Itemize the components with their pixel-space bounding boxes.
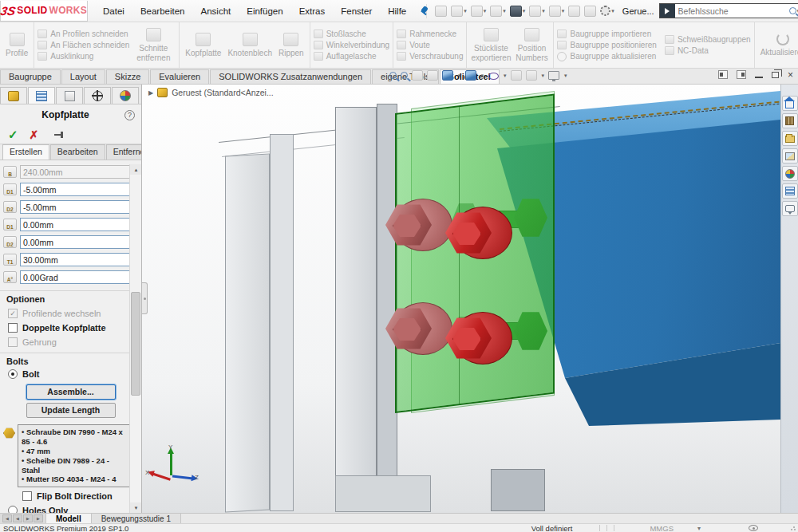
zoom-area-icon[interactable] <box>401 72 408 79</box>
section-view-icon[interactable] <box>427 70 438 81</box>
options-button[interactable]: ▾ <box>598 4 616 18</box>
panel-scrollbar[interactable]: ▲ ▼ <box>129 164 141 513</box>
position-numbers-button[interactable]: Position Numbers <box>513 26 550 64</box>
last-tab-button[interactable]: ▶ <box>34 514 43 522</box>
bolt-head-front[interactable] <box>445 309 514 368</box>
menu-ansicht[interactable]: Ansicht <box>194 4 239 18</box>
stosslasche-button[interactable]: Stoßlasche <box>314 30 390 38</box>
weldment-assemblies-button[interactable]: Schweißbaugruppen <box>665 35 751 44</box>
tab-skizze[interactable]: Skizze <box>106 69 149 84</box>
graphics-viewport[interactable]: ▶ Geruest (Standard<Anzei... <box>142 85 780 513</box>
file-explorer-tab[interactable] <box>782 131 798 146</box>
cut-at-faces-button[interactable]: An Flächen schneiden <box>38 41 129 49</box>
profile-button[interactable]: Profile <box>3 31 30 60</box>
prev-tab-button[interactable]: ◀ <box>13 514 22 522</box>
eye-icon[interactable] <box>749 525 758 531</box>
file-properties-button[interactable] <box>583 4 598 18</box>
knotenblech-button[interactable]: Knotenblech <box>225 31 275 60</box>
subtab-entfernen[interactable]: Entfernen <box>106 144 142 160</box>
doc-restore-button[interactable] <box>772 72 779 78</box>
holes-only-radio[interactable] <box>8 506 18 513</box>
dimxpert-manager-tab[interactable] <box>84 87 111 104</box>
menu-fenster[interactable]: Fenster <box>334 4 379 18</box>
thickness-field[interactable] <box>21 254 133 266</box>
column-flange[interactable] <box>335 107 377 511</box>
scroll-down-icon[interactable]: ▼ <box>130 502 142 513</box>
search-icon[interactable] <box>789 7 796 14</box>
next-tab-button[interactable]: ▶ <box>23 514 33 522</box>
notch-button[interactable]: Ausklinkung <box>38 52 129 61</box>
panel-splitter-handle[interactable] <box>142 282 148 314</box>
bom-export-button[interactable]: Stückliste exportieren <box>470 26 512 64</box>
winkelverbindung-button[interactable]: Winkelverbindung <box>314 41 390 49</box>
offset-d4-field[interactable] <box>21 236 133 248</box>
home-button[interactable] <box>433 4 448 18</box>
auflagelasche-button[interactable]: Auflagelasche <box>314 52 390 61</box>
view-settings-icon[interactable] <box>548 71 559 80</box>
optionen-section-header[interactable]: Optionen ∧ <box>0 290 141 306</box>
first-tab-button[interactable]: ◀ <box>2 514 12 522</box>
forum-tab[interactable] <box>782 201 798 216</box>
offset-d2-field[interactable] <box>21 201 133 213</box>
bolt-head-rear[interactable] <box>385 196 454 255</box>
column-plate[interactable] <box>225 154 270 513</box>
doc-close-button[interactable]: × <box>788 71 793 79</box>
rebuild-button[interactable] <box>567 4 582 18</box>
apply-scene-icon[interactable] <box>526 70 537 81</box>
menu-einfuegen[interactable]: Einfügen <box>239 4 290 18</box>
configuration-manager-tab[interactable] <box>56 87 83 104</box>
display-style-icon[interactable] <box>465 70 476 81</box>
zoom-fit-icon[interactable] <box>389 72 397 79</box>
nc-data-button[interactable]: NC-Data <box>665 46 751 55</box>
design-library-tab[interactable] <box>782 113 798 128</box>
display-manager-tab[interactable] <box>112 87 139 104</box>
kopfplatte-button[interactable]: Kopfplatte <box>183 31 223 60</box>
view-palette-tab[interactable] <box>782 148 798 164</box>
custom-properties-tab[interactable] <box>782 183 798 199</box>
select-button[interactable]: ▾ <box>547 4 567 18</box>
subtab-erstellen[interactable]: Erstellen <box>2 144 49 160</box>
motion-study-tab[interactable]: Bewegungsstudie 1 <box>92 514 181 523</box>
tab-layout[interactable]: Layout <box>61 69 105 84</box>
ok-button[interactable]: ✓ <box>8 128 18 142</box>
assembly-position-button[interactable]: Baugruppe positionieren <box>557 41 656 49</box>
cut-at-profiles-button[interactable]: An Profilen schneiden <box>38 30 129 38</box>
undo-button[interactable]: ▾ <box>527 4 547 18</box>
appearances-tab[interactable] <box>782 166 798 181</box>
bolt-head-rear[interactable] <box>385 300 454 359</box>
tab-evaluieren[interactable]: Evaluieren <box>150 69 209 84</box>
tab-baugruppe[interactable]: Baugruppe <box>0 69 61 84</box>
print-button[interactable]: ▾ <box>508 4 527 18</box>
assembly-update-button[interactable]: Baugruppe aktualisieren <box>557 52 656 61</box>
save-button[interactable]: ▾ <box>488 4 508 18</box>
property-manager-tab[interactable] <box>28 87 55 104</box>
angle-field[interactable] <box>21 271 133 283</box>
bolt-head-front[interactable] <box>445 204 514 263</box>
resize-grip[interactable] <box>790 525 796 531</box>
column-plate[interactable] <box>270 134 294 511</box>
update-length-button[interactable]: Update Length <box>26 403 116 418</box>
feature-manager-tab[interactable] <box>0 87 27 104</box>
edit-appearance-icon[interactable] <box>511 70 522 81</box>
aktualisieren-button[interactable]: Aktualisieren <box>758 31 798 59</box>
voute-button[interactable]: Voute <box>397 41 463 49</box>
units-indicator[interactable]: MMGS <box>650 524 674 532</box>
keep-visible-pin-icon[interactable] <box>54 131 65 139</box>
scroll-thumb[interactable] <box>131 292 140 396</box>
menu-datei[interactable]: Datei <box>96 4 132 18</box>
doppelte-kopfplatte-checkbox[interactable] <box>8 323 18 333</box>
pane-right-icon[interactable] <box>737 70 746 79</box>
bolts-section-header[interactable]: Bolts ∧ <box>0 353 141 368</box>
feature-tree-breadcrumb[interactable]: ▶ Geruest (Standard<Anzei... <box>148 88 274 97</box>
expand-tree-icon[interactable]: ▶ <box>148 89 153 97</box>
rahmenecke-button[interactable]: Rahmenecke <box>397 30 463 38</box>
offset-d1-field[interactable] <box>21 183 133 195</box>
panel-help-icon[interactable]: ? <box>124 110 135 120</box>
subtab-bearbeiten[interactable]: Bearbeiten <box>50 144 105 160</box>
doc-minimize-button[interactable] <box>755 72 763 78</box>
menu-hilfe[interactable]: Hilfe <box>381 4 413 18</box>
offset-d3-field[interactable] <box>21 219 133 231</box>
open-button[interactable]: ▾ <box>469 4 488 18</box>
remove-cuts-button[interactable]: Schnitte entfernen <box>131 26 176 64</box>
bolt-radio[interactable] <box>8 369 18 379</box>
